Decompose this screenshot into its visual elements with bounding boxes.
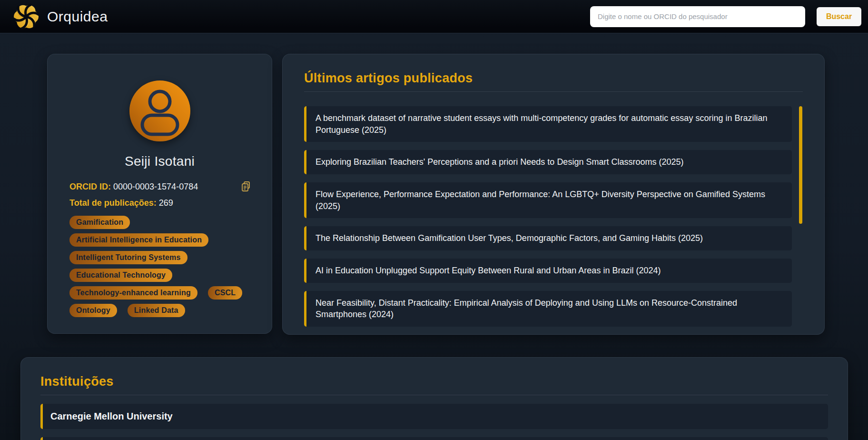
research-tag[interactable]: Gamification xyxy=(69,216,130,229)
brand[interactable]: Orquidea xyxy=(13,3,108,30)
person-icon xyxy=(129,80,190,141)
institution-list-item[interactable] xyxy=(40,437,828,440)
search-button[interactable]: Buscar xyxy=(817,7,861,26)
brand-title: Orquidea xyxy=(47,9,108,25)
article-list-item[interactable]: A benchmark dataset of narrative student… xyxy=(304,106,792,142)
research-tag[interactable]: Intelligent Tutoring Systems xyxy=(69,251,187,264)
divider xyxy=(304,91,803,92)
research-tag[interactable]: Ontology xyxy=(69,304,117,317)
copy-icon xyxy=(241,181,251,192)
article-list-item[interactable]: Near Feasibility, Distant Practicality: … xyxy=(304,291,792,327)
institutions-section-title: Instituições xyxy=(40,374,828,389)
institutions-card: Instituições Carnegie Mellon University xyxy=(20,357,848,440)
orcid-value: 0000-0003-1574-0784 xyxy=(113,182,198,191)
institution-list-item[interactable]: Carnegie Mellon University xyxy=(40,404,828,429)
research-tag[interactable]: Artificial Intelligence in Education xyxy=(69,233,208,247)
research-tag[interactable]: Technology-enhanced learning xyxy=(69,286,197,300)
research-tag-list: Gamification Artificial Intelligence in … xyxy=(69,216,251,317)
orcid-row: ORCID ID: 0000-0003-1574-0784 xyxy=(69,181,251,192)
orquidea-logo-icon xyxy=(13,3,39,30)
articles-scrollbar[interactable] xyxy=(799,106,802,224)
publications-label: Total de publicações: xyxy=(69,198,157,208)
latest-articles-card: Últimos artigos publicados A benchmark d… xyxy=(282,54,825,335)
orcid-label: ORCID ID: xyxy=(69,182,111,191)
divider xyxy=(40,395,828,395)
avatar xyxy=(129,80,190,141)
article-list-item[interactable]: The Relationship Between Gamification Us… xyxy=(304,226,792,250)
copy-orcid-button[interactable] xyxy=(241,181,251,192)
article-list-item[interactable]: Flow Experience, Performance Expectation… xyxy=(304,182,792,218)
researcher-name: Seiji Isotani xyxy=(48,154,272,169)
top-navbar: Orquidea Buscar xyxy=(0,0,868,33)
articles-list: A benchmark dataset of narrative student… xyxy=(304,106,792,327)
publications-total: 269 xyxy=(159,198,173,208)
article-list-item[interactable]: AI in Education Unplugged Support Equity… xyxy=(304,259,792,283)
research-tag[interactable]: Educational Technology xyxy=(69,269,172,282)
article-list-item[interactable]: Exploring Brazilian Teachers' Perception… xyxy=(304,150,792,174)
research-tag[interactable]: CSCL xyxy=(208,286,242,300)
institutions-list: Carnegie Mellon University xyxy=(40,404,828,440)
researcher-profile-card: Seiji Isotani ORCID ID: 0000-0003-1574-0… xyxy=(47,54,272,334)
search-input[interactable] xyxy=(590,6,805,27)
articles-section-title: Últimos artigos publicados xyxy=(304,70,803,86)
research-tag[interactable]: Linked Data xyxy=(128,304,185,317)
publications-row: Total de publicações: 269 xyxy=(69,198,251,208)
